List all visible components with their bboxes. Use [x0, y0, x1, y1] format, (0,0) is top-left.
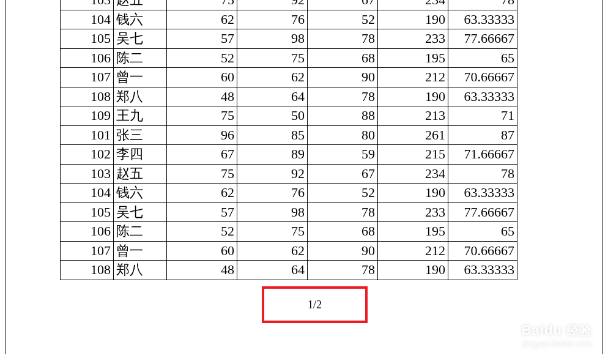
watermark-cn: 经验 [566, 324, 592, 337]
cell-score3: 52 [308, 184, 378, 203]
cell-score2: 76 [237, 10, 308, 29]
cell-id: 104 [61, 10, 114, 29]
cell-name: 赵五 [114, 164, 167, 184]
cell-id: 101 [61, 125, 114, 145]
table-row: 104钱六62765219063.33333 [61, 184, 517, 203]
cell-id: 103 [61, 0, 114, 10]
cell-id: 105 [61, 29, 114, 49]
table-row: 105吴七57987823377.66667 [61, 202, 517, 222]
cell-score3: 67 [308, 0, 378, 10]
cell-score1: 75 [167, 106, 237, 126]
cell-id: 106 [61, 222, 114, 242]
cell-score2: 64 [237, 87, 308, 106]
cell-id: 108 [61, 261, 114, 280]
cell-name: 郑八 [114, 261, 167, 280]
watermark-brand-part1: Bai [522, 322, 544, 338]
table-row: 101张三96858026187 [61, 125, 517, 145]
cell-score2: 98 [237, 202, 308, 222]
table-row: 108郑八48647819063.33333 [61, 261, 517, 280]
data-table-wrap: 103赵五75926723478104钱六62765219063.3333310… [60, 0, 602, 280]
cell-score1: 48 [167, 261, 237, 280]
cell-score3: 78 [308, 29, 378, 49]
cell-score3: 78 [308, 202, 378, 222]
cell-score1: 52 [167, 222, 237, 242]
table-row: 104钱六62765219063.33333 [61, 10, 517, 29]
table-row: 107曾一60629021270.66667 [61, 241, 517, 261]
cell-sum: 190 [378, 10, 448, 29]
cell-avg: 70.66667 [448, 241, 517, 261]
cell-sum: 233 [378, 202, 448, 222]
cell-score3: 90 [308, 241, 378, 261]
cell-score1: 52 [167, 48, 237, 68]
cell-score2: 89 [237, 145, 308, 165]
cell-sum: 212 [378, 68, 448, 87]
cell-sum: 215 [378, 145, 448, 165]
cell-score2: 62 [237, 68, 308, 87]
watermark: Baidu 经验 jingyan.baidu.com [522, 316, 592, 348]
cell-score1: 75 [167, 164, 237, 184]
cell-score1: 75 [167, 0, 237, 10]
data-table: 103赵五75926723478104钱六62765219063.3333310… [60, 0, 517, 280]
cell-score3: 68 [308, 222, 378, 242]
cell-name: 曾一 [114, 68, 167, 87]
cell-score2: 62 [237, 241, 308, 261]
cell-sum: 234 [378, 0, 448, 10]
cell-score2: 85 [237, 125, 308, 145]
cell-score2: 76 [237, 184, 308, 203]
cell-score3: 88 [308, 106, 378, 126]
watermark-brand: Baidu 经验 [522, 322, 592, 339]
cell-sum: 213 [378, 106, 448, 126]
cell-sum: 234 [378, 164, 448, 184]
cell-score3: 90 [308, 68, 378, 87]
cell-score1: 96 [167, 125, 237, 145]
table-row: 106陈二52756819565 [61, 48, 517, 68]
cell-name: 郑八 [114, 87, 167, 106]
cell-id: 107 [61, 68, 114, 87]
cell-id: 106 [61, 48, 114, 68]
cell-name: 吴七 [114, 202, 167, 222]
cell-score1: 57 [167, 29, 237, 49]
cell-score1: 57 [167, 202, 237, 222]
cell-avg: 63.33333 [448, 261, 517, 280]
cell-score3: 80 [308, 125, 378, 145]
cell-score2: 50 [237, 106, 308, 126]
cell-sum: 261 [378, 125, 448, 145]
cell-avg: 70.66667 [448, 68, 517, 87]
cell-score2: 64 [237, 261, 308, 280]
table-row: 105吴七57987823377.66667 [61, 29, 517, 49]
cell-name: 曾一 [114, 241, 167, 261]
cell-name: 陈二 [114, 222, 167, 242]
document-page: 103赵五75926723478104钱六62765219063.3333310… [6, 0, 602, 354]
cell-score2: 92 [237, 164, 308, 184]
watermark-brand-part2: du [544, 322, 562, 338]
cell-id: 105 [61, 202, 114, 222]
cell-score3: 52 [308, 10, 378, 29]
paw-icon [522, 316, 592, 325]
cell-score2: 92 [237, 0, 308, 10]
cell-score1: 60 [167, 68, 237, 87]
cell-avg: 65 [448, 48, 517, 68]
cell-score3: 78 [308, 87, 378, 106]
page-number-highlight: 1/2 [262, 286, 368, 323]
cell-sum: 195 [378, 48, 448, 68]
cell-sum: 190 [378, 184, 448, 203]
cell-avg: 77.66667 [448, 29, 517, 49]
cell-score2: 75 [237, 48, 308, 68]
table-row: 107曾一60629021270.66667 [61, 68, 517, 87]
cell-score1: 62 [167, 10, 237, 29]
table-row: 103赵五75926723478 [61, 0, 517, 10]
cell-name: 赵五 [114, 0, 167, 10]
cell-avg: 77.66667 [448, 202, 517, 222]
table-row: 108郑八48647819063.33333 [61, 87, 517, 106]
cell-sum: 233 [378, 29, 448, 49]
cell-name: 钱六 [114, 184, 167, 203]
cell-id: 104 [61, 184, 114, 203]
table-row: 103赵五75926723478 [61, 164, 517, 184]
cell-score1: 67 [167, 145, 237, 165]
cell-score3: 59 [308, 145, 378, 165]
cell-score3: 67 [308, 164, 378, 184]
cell-avg: 71.66667 [448, 145, 517, 165]
cell-id: 107 [61, 241, 114, 261]
cell-avg: 78 [448, 164, 517, 184]
cell-avg: 63.33333 [448, 184, 517, 203]
